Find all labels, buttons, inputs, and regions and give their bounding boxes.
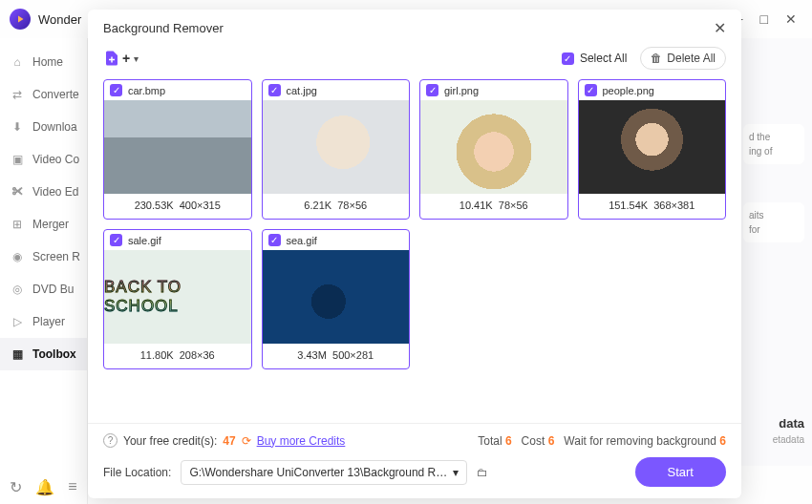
add-files-button[interactable]: + ▾ bbox=[103, 50, 139, 67]
sidebar-item-label: Screen R bbox=[32, 250, 80, 263]
sidebar-item-player[interactable]: ▷Player bbox=[0, 305, 87, 338]
file-card[interactable]: ✓car.bmp230.53K 400×315 bbox=[103, 79, 252, 220]
file-name: sale.gif bbox=[128, 235, 161, 246]
thumbnail bbox=[263, 250, 410, 344]
sidebar-item-video-compressor[interactable]: ▣Video Co bbox=[0, 143, 87, 176]
buy-credits-link[interactable]: Buy more Credits bbox=[257, 434, 346, 448]
file-name: cat.jpg bbox=[287, 85, 317, 96]
app-logo-icon bbox=[10, 9, 31, 30]
credits-count: 47 bbox=[223, 434, 235, 448]
play-icon: ▷ bbox=[10, 314, 25, 329]
sidebar: ⌂Home ⇄Converte ⬇Downloa ▣Video Co ✀Vide… bbox=[0, 38, 88, 504]
modal-title: Background Remover bbox=[103, 21, 224, 35]
wait-value: 6 bbox=[719, 434, 726, 448]
disc-icon: ◎ bbox=[10, 282, 25, 297]
checkbox-checked-icon[interactable]: ✓ bbox=[585, 84, 597, 96]
refresh-icon[interactable]: ⟳ bbox=[242, 434, 251, 448]
record-icon: ◉ bbox=[10, 249, 25, 264]
checkbox-checked-icon[interactable]: ✓ bbox=[268, 84, 281, 96]
scissors-icon: ✀ bbox=[10, 184, 25, 200]
file-card[interactable]: ✓sea.gif3.43M 500×281 bbox=[262, 229, 411, 369]
sidebar-item-dvd-burner[interactable]: ◎DVD Bu bbox=[0, 273, 87, 305]
file-meta: 3.43M 500×281 bbox=[263, 344, 410, 368]
checkbox-checked-icon[interactable]: ✓ bbox=[110, 84, 122, 96]
thumbnail bbox=[263, 100, 410, 194]
sidebar-item-converter[interactable]: ⇄Converte bbox=[0, 78, 87, 111]
file-meta: 6.21K 78×56 bbox=[263, 194, 410, 219]
file-location-label: File Location: bbox=[103, 466, 171, 479]
file-location-path: G:\Wondershare UniConverter 13\Backgroun… bbox=[189, 466, 453, 479]
thumbnail bbox=[579, 100, 726, 194]
file-location-select[interactable]: G:\Wondershare UniConverter 13\Backgroun… bbox=[181, 460, 467, 485]
app-title: Wonder bbox=[38, 12, 81, 27]
file-card[interactable]: ✓cat.jpg6.21K 78×56 bbox=[262, 79, 411, 220]
sidebar-item-label: Home bbox=[32, 55, 63, 69]
thumbnail bbox=[420, 100, 567, 194]
bell-icon[interactable]: 🔔 bbox=[35, 478, 54, 496]
file-name: people.png bbox=[603, 85, 654, 96]
sidebar-item-label: Video Ed bbox=[32, 185, 79, 199]
file-card[interactable]: ✓people.png151.54K 368×381 bbox=[578, 79, 727, 220]
total-value: 6 bbox=[505, 434, 512, 448]
thumbnail: BACK TO SCHOOL bbox=[104, 250, 251, 344]
file-name: sea.gif bbox=[287, 235, 317, 246]
sidebar-item-label: DVD Bu bbox=[32, 283, 74, 296]
sidebar-item-downloader[interactable]: ⬇Downloa bbox=[0, 111, 87, 143]
select-all-label: Select All bbox=[580, 52, 627, 65]
delete-all-label: Delete All bbox=[667, 52, 716, 65]
checkbox-checked-icon[interactable]: ✓ bbox=[110, 234, 122, 246]
wait-label: Wait for removing background bbox=[564, 434, 716, 448]
file-grid: ✓car.bmp230.53K 400×315✓cat.jpg6.21K 78×… bbox=[88, 79, 741, 423]
background-panel: d theing of aitsfor data etadata bbox=[736, 38, 812, 466]
home-icon: ⌂ bbox=[10, 54, 25, 70]
checkbox-checked-icon[interactable]: ✓ bbox=[426, 84, 438, 96]
toolbox-icon: ▦ bbox=[10, 346, 25, 362]
merge-icon: ⊞ bbox=[10, 217, 25, 232]
file-meta: 10.41K 78×56 bbox=[420, 194, 567, 219]
sidebar-item-label: Player bbox=[32, 315, 65, 328]
convert-icon: ⇄ bbox=[10, 87, 25, 102]
sidebar-item-label: Toolbox bbox=[32, 347, 76, 361]
compress-icon: ▣ bbox=[10, 152, 25, 167]
file-name: car.bmp bbox=[128, 85, 165, 96]
file-card[interactable]: ✓sale.gifBACK TO SCHOOL11.80K 208×36 bbox=[103, 229, 252, 369]
cost-label: Cost bbox=[522, 434, 545, 448]
menu-icon[interactable]: ≡ bbox=[68, 478, 76, 496]
trash-icon: 🗑 bbox=[651, 52, 662, 65]
open-folder-icon[interactable]: 🗀 bbox=[477, 466, 488, 479]
close-icon[interactable]: ✕ bbox=[714, 19, 726, 37]
window-maximize-icon[interactable]: □ bbox=[760, 11, 768, 27]
total-label: Total bbox=[478, 434, 502, 448]
sidebar-item-label: Merger bbox=[32, 218, 69, 231]
info-icon[interactable]: ? bbox=[103, 433, 118, 448]
file-meta: 230.53K 400×315 bbox=[104, 194, 251, 219]
add-file-icon bbox=[103, 50, 120, 67]
file-meta: 11.80K 208×36 bbox=[104, 344, 251, 368]
download-icon: ⬇ bbox=[10, 119, 25, 135]
sidebar-item-label: Downloa bbox=[32, 120, 77, 134]
sidebar-item-toolbox[interactable]: ▦Toolbox bbox=[0, 338, 87, 370]
history-icon[interactable]: ↻ bbox=[10, 478, 22, 496]
start-button[interactable]: Start bbox=[635, 457, 726, 487]
checkbox-checked-icon[interactable]: ✓ bbox=[268, 234, 281, 246]
background-remover-modal: Background Remover ✕ + ▾ ✓ Select All 🗑 … bbox=[88, 10, 741, 498]
chevron-down-icon: ▾ bbox=[134, 53, 139, 64]
sidebar-item-merger[interactable]: ⊞Merger bbox=[0, 208, 87, 241]
delete-all-button[interactable]: 🗑 Delete All bbox=[640, 47, 726, 70]
credits-label: Your free credit(s): bbox=[123, 434, 217, 448]
sidebar-item-label: Video Co bbox=[32, 153, 79, 166]
window-close-icon[interactable]: ✕ bbox=[785, 11, 797, 27]
sidebar-item-screen-recorder[interactable]: ◉Screen R bbox=[0, 241, 87, 273]
sidebar-item-home[interactable]: ⌂Home bbox=[0, 46, 87, 78]
checkbox-checked-icon: ✓ bbox=[562, 52, 574, 65]
sidebar-item-label: Converte bbox=[32, 88, 79, 101]
select-all-checkbox[interactable]: ✓ Select All bbox=[562, 52, 627, 65]
chevron-down-icon: ▾ bbox=[453, 466, 459, 479]
file-name: girl.png bbox=[444, 85, 479, 96]
file-meta: 151.54K 368×381 bbox=[579, 194, 726, 219]
sidebar-item-video-editor[interactable]: ✀Video Ed bbox=[0, 176, 87, 208]
file-card[interactable]: ✓girl.png10.41K 78×56 bbox=[419, 79, 568, 220]
cost-value: 6 bbox=[548, 434, 555, 448]
thumbnail bbox=[104, 100, 251, 194]
